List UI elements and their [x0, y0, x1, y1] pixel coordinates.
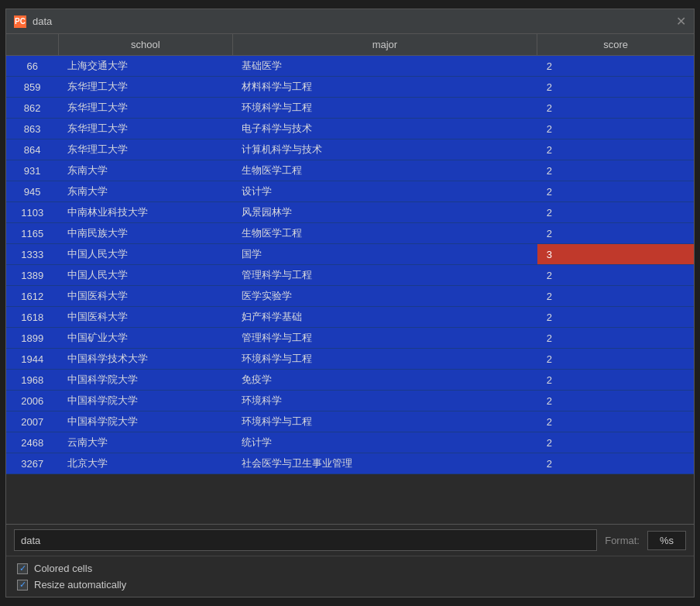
- cell-major: 生物医学工程: [232, 160, 537, 181]
- cell-major: 电子科学与技术: [232, 119, 537, 139]
- cell-score: 3: [537, 244, 694, 265]
- titlebar-left: PC data: [14, 15, 52, 28]
- cell-id: 1618: [6, 307, 58, 328]
- cell-score: 2: [537, 453, 694, 474]
- col-index: [6, 34, 58, 56]
- cell-score: 2: [537, 265, 694, 286]
- table-row: 1165中南民族大学生物医学工程2: [6, 223, 694, 244]
- cell-school: 东华理工大学: [58, 98, 232, 119]
- table-container[interactable]: school major score 66上海交通大学基础医学2859东华理工大…: [6, 34, 694, 524]
- resize-automatically-checkbox[interactable]: [17, 580, 28, 591]
- table-row: 864东华理工大学计算机科学与技术2: [6, 139, 694, 160]
- cell-major: 生物医学工程: [232, 223, 537, 244]
- options-bar: Colored cells Resize automatically: [6, 556, 694, 597]
- table-row: 1899中国矿业大学管理科学与工程2: [6, 328, 694, 349]
- table-row: 1103中南林业科技大学风景园林学2: [6, 202, 694, 223]
- cell-major: 环境科学与工程: [232, 98, 537, 119]
- cell-score: 2: [537, 328, 694, 349]
- cell-major: 管理科学与工程: [232, 265, 537, 286]
- cell-school: 中南林业科技大学: [58, 202, 232, 223]
- cell-school: 东华理工大学: [58, 77, 232, 98]
- cell-school: 中南民族大学: [58, 223, 232, 244]
- cell-score: 2: [537, 77, 694, 98]
- table-row: 1612中国医科大学医学实验学2: [6, 286, 694, 307]
- table-row: 2468云南大学统计学2: [6, 432, 694, 453]
- cell-major: 环境科学与工程: [232, 349, 537, 370]
- table-row: 3267北京大学社会医学与卫生事业管理2: [6, 453, 694, 474]
- cell-id: 1899: [6, 328, 58, 349]
- cell-school: 中国科学院大学: [58, 411, 232, 432]
- cell-score: 2: [537, 391, 694, 411]
- format-value: %s: [647, 531, 686, 550]
- filter-input[interactable]: [14, 529, 597, 551]
- cell-id: 1968: [6, 370, 58, 391]
- table-row: 945东南大学设计学2: [6, 181, 694, 202]
- cell-school: 东南大学: [58, 181, 232, 202]
- cell-id: 863: [6, 119, 58, 139]
- table-row: 1968中国科学院大学免疫学2: [6, 370, 694, 391]
- cell-id: 1389: [6, 265, 58, 286]
- cell-id: 931: [6, 160, 58, 181]
- cell-score: 2: [537, 160, 694, 181]
- cell-score: 2: [537, 181, 694, 202]
- cell-score: 2: [537, 223, 694, 244]
- cell-school: 中国医科大学: [58, 286, 232, 307]
- close-button[interactable]: ✕: [676, 15, 686, 28]
- table-row: 66上海交通大学基础医学2: [6, 56, 694, 77]
- table-row: 1389中国人民大学管理科学与工程2: [6, 265, 694, 286]
- col-score: score: [537, 34, 694, 56]
- cell-id: 3267: [6, 453, 58, 474]
- cell-score: 2: [537, 349, 694, 370]
- titlebar: PC data ✕: [6, 9, 694, 34]
- colored-cells-checkbox[interactable]: [17, 563, 28, 574]
- cell-major: 设计学: [232, 181, 537, 202]
- format-label: Format:: [605, 535, 640, 546]
- colored-cells-option: Colored cells: [17, 563, 683, 574]
- cell-school: 东南大学: [58, 160, 232, 181]
- cell-id: 2007: [6, 411, 58, 432]
- cell-school: 云南大学: [58, 432, 232, 453]
- table-row: 863东华理工大学电子科学与技术2: [6, 119, 694, 139]
- table-row: 2006中国科学院大学环境科学2: [6, 391, 694, 411]
- cell-major: 医学实验学: [232, 286, 537, 307]
- data-table: school major score 66上海交通大学基础医学2859东华理工大…: [6, 34, 694, 474]
- cell-id: 2006: [6, 391, 58, 411]
- cell-school: 东华理工大学: [58, 139, 232, 160]
- cell-major: 管理科学与工程: [232, 328, 537, 349]
- cell-id: 66: [6, 56, 58, 77]
- cell-major: 免疫学: [232, 370, 537, 391]
- colored-cells-label: Colored cells: [34, 563, 92, 574]
- cell-id: 1165: [6, 223, 58, 244]
- cell-score: 2: [537, 56, 694, 77]
- table-row: 859东华理工大学材料科学与工程2: [6, 77, 694, 98]
- resize-automatically-label: Resize automatically: [34, 579, 126, 591]
- main-window: PC data ✕ school major score 66上海交通大学基础医…: [5, 9, 695, 597]
- cell-score: 2: [537, 411, 694, 432]
- cell-score: 2: [537, 202, 694, 223]
- cell-id: 859: [6, 77, 58, 98]
- cell-id: 1333: [6, 244, 58, 265]
- resize-automatically-option: Resize automatically: [17, 579, 683, 591]
- cell-school: 中国医科大学: [58, 307, 232, 328]
- table-body: 66上海交通大学基础医学2859东华理工大学材料科学与工程2862东华理工大学环…: [6, 56, 694, 474]
- cell-school: 中国人民大学: [58, 265, 232, 286]
- table-row: 1618中国医科大学妇产科学基础2: [6, 307, 694, 328]
- cell-school: 中国矿业大学: [58, 328, 232, 349]
- cell-id: 1103: [6, 202, 58, 223]
- cell-id: 864: [6, 139, 58, 160]
- window-title: data: [33, 15, 52, 27]
- cell-score: 2: [537, 286, 694, 307]
- cell-major: 环境科学: [232, 391, 537, 411]
- table-row: 862东华理工大学环境科学与工程2: [6, 98, 694, 119]
- cell-id: 862: [6, 98, 58, 119]
- cell-major: 妇产科学基础: [232, 307, 537, 328]
- cell-major: 统计学: [232, 432, 537, 453]
- cell-major: 国学: [232, 244, 537, 265]
- cell-major: 社会医学与卫生事业管理: [232, 453, 537, 474]
- app-icon: PC: [14, 15, 26, 28]
- cell-score: 2: [537, 139, 694, 160]
- table-row: 931东南大学生物医学工程2: [6, 160, 694, 181]
- cell-id: 1944: [6, 349, 58, 370]
- cell-score: 2: [537, 432, 694, 453]
- cell-school: 中国科学技术大学: [58, 349, 232, 370]
